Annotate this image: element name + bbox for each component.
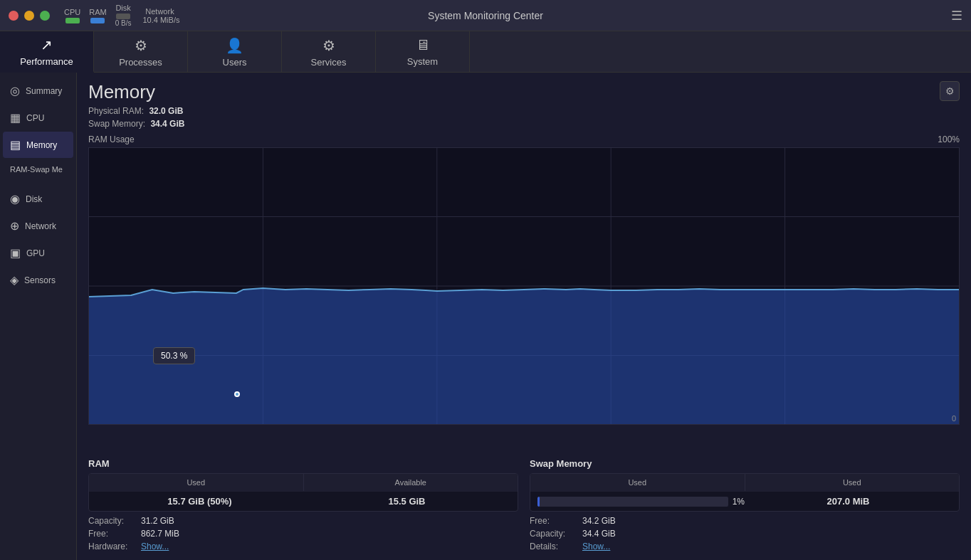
minimize-button[interactable]: [24, 11, 34, 21]
swap-bar-inner: [537, 497, 540, 507]
ram-hardware-link[interactable]: Show...: [141, 541, 169, 551]
sidebar-item-summary-label: Summary: [26, 86, 62, 96]
ram-bar: [90, 18, 105, 23]
swap-used-header: Used: [530, 474, 745, 491]
swap-capacity-row: Capacity: 34.4 GiB: [530, 529, 960, 539]
ram-free-label: Free:: [88, 529, 138, 539]
swap-used-value: 207.0 MiB: [745, 496, 952, 507]
chart-zero-label: 0: [952, 414, 956, 423]
ram-used-value: 15.7 GiB (50%): [96, 496, 303, 507]
menu-icon[interactable]: ☰: [951, 8, 962, 23]
sidebar-item-network[interactable]: ⊕ Network: [3, 213, 73, 239]
physical-ram-label: Physical RAM:: [88, 106, 144, 116]
swap-panel: Swap Memory Used Used 1%: [530, 458, 960, 551]
tab-services-label: Services: [311, 57, 347, 68]
sidebar-item-memory[interactable]: ▤ Memory: [3, 132, 73, 158]
sensors-icon: ◈: [10, 273, 19, 287]
sidebar-item-sensors-label: Sensors: [24, 275, 56, 285]
tab-performance[interactable]: ↗ Performance: [0, 31, 94, 73]
sidebar-item-cpu[interactable]: ▦ CPU: [3, 105, 73, 131]
ram-header-row: Used Available: [89, 474, 518, 491]
swap-free-value: 34.2 GiB: [582, 516, 616, 526]
swap-capacity-value: 34.4 GiB: [582, 529, 616, 539]
stats-row: RAM Used Available 15.7 GiB (50%) 15.5 G…: [88, 458, 960, 551]
tab-bar: ↗ Performance ⚙ Processes 👤 Users ⚙ Serv…: [0, 31, 971, 73]
resource-indicators: CPU RAM Disk 0 B/s Network 10.4 MiB/s: [64, 4, 179, 27]
memory-icon: ▤: [10, 138, 21, 152]
swap-details-label: Details:: [530, 541, 579, 551]
sidebar-item-sensors[interactable]: ◈ Sensors: [3, 267, 73, 293]
chart-container: RAM Usage 100%: [77, 134, 971, 453]
sidebar-item-ram-swap-label: RAM-Swap Me: [10, 165, 63, 174]
disk-io-value: 0 B/s: [115, 19, 132, 27]
cpu-indicator: CPU: [64, 8, 80, 23]
sidebar-item-ram-swap[interactable]: RAM-Swap Me: [3, 159, 73, 180]
ram-capacity-value: 31.2 GiB: [141, 516, 174, 526]
ram-usage-chart: 50.3 % 0: [88, 147, 960, 425]
memory-title-block: Memory Physical RAM: 32.0 GiB Swap Memor…: [88, 81, 184, 129]
sidebar-item-summary[interactable]: ◎ Summary: [3, 78, 73, 104]
ram-available-value: 15.5 GiB: [303, 496, 510, 507]
system-icon: 🖥: [416, 37, 430, 53]
memory-title: Memory: [88, 81, 184, 103]
swap-bar-outer: [537, 497, 728, 507]
tab-performance-label: Performance: [20, 56, 73, 67]
tab-system[interactable]: 🖥 System: [376, 31, 470, 73]
swap-details-link[interactable]: Show...: [582, 541, 610, 551]
close-button[interactable]: [9, 11, 19, 21]
ram-used-header: Used: [89, 474, 304, 491]
swap-free-label: Free:: [530, 516, 579, 526]
swap-values-row: 1% 207.0 MiB: [530, 491, 959, 511]
network-indicator: Network 10.4 MiB/s: [140, 7, 179, 24]
tab-system-label: System: [407, 56, 438, 67]
ram-panel-title: RAM: [88, 458, 518, 469]
sidebar-item-memory-label: Memory: [26, 140, 57, 150]
ram-stats-table: Used Available 15.7 GiB (50%) 15.5 GiB: [88, 473, 518, 512]
window-controls: [9, 11, 50, 21]
settings-button[interactable]: ⚙: [940, 81, 960, 101]
maximize-button[interactable]: [40, 11, 50, 21]
ram-indicator: RAM: [89, 8, 106, 23]
ram-chart-svg: [89, 148, 959, 424]
ram-capacity-label: Capacity:: [88, 516, 138, 526]
network-label: Network: [145, 7, 174, 16]
disk-label: Disk: [115, 4, 130, 12]
sidebar-item-gpu[interactable]: ▣ GPU: [3, 240, 73, 266]
summary-icon: ◎: [10, 84, 20, 97]
swap-bar-cell: 1%: [537, 497, 745, 507]
cpu-bar: [65, 18, 80, 23]
content-area: Memory Physical RAM: 32.0 GiB Swap Memor…: [77, 73, 971, 560]
disk-indicator: Disk 0 B/s: [115, 4, 132, 27]
swap-percent-value: 1%: [733, 497, 745, 507]
ram-hardware-label: Hardware:: [88, 541, 138, 551]
ram-values-row: 15.7 GiB (50%) 15.5 GiB: [89, 491, 518, 511]
ram-detail: Capacity: 31.2 GiB Free: 862.7 MiB Hardw…: [88, 516, 518, 551]
swap-capacity-label: Capacity:: [530, 529, 579, 539]
disk-icon: ◉: [10, 192, 20, 206]
ram-hardware-row: Hardware: Show...: [88, 541, 518, 551]
memory-ram-info: Physical RAM: 32.0 GiB: [88, 106, 184, 116]
sidebar: ◎ Summary ▦ CPU ▤ Memory RAM-Swap Me ◉ D…: [0, 73, 77, 560]
swap-detail: Free: 34.2 GiB Capacity: 34.4 GiB Detail…: [530, 516, 960, 551]
performance-icon: ↗: [41, 36, 53, 53]
ram-available-header: Available: [304, 474, 518, 491]
memory-swap-info: Swap Memory: 34.4 GiB: [88, 119, 184, 129]
physical-ram-value: 32.0 GiB: [149, 106, 183, 116]
ram-label: RAM: [89, 8, 106, 16]
users-icon: 👤: [226, 37, 243, 54]
tab-services[interactable]: ⚙ Services: [282, 31, 376, 73]
chart-tooltip-dot: [234, 391, 240, 397]
tab-users[interactable]: 👤 Users: [188, 31, 282, 73]
tab-processes[interactable]: ⚙ Processes: [94, 31, 188, 73]
swap-used2-header: Used: [745, 474, 960, 491]
cpu-label: CPU: [64, 8, 80, 16]
processes-icon: ⚙: [135, 37, 147, 54]
sidebar-item-disk[interactable]: ◉ Disk: [3, 186, 73, 212]
swap-header-row: Used Used: [530, 474, 959, 491]
main-area: ◎ Summary ▦ CPU ▤ Memory RAM-Swap Me ◉ D…: [0, 73, 971, 560]
network-value: 10.4 MiB/s: [142, 16, 179, 24]
stats-area: RAM Used Available 15.7 GiB (50%) 15.5 G…: [77, 453, 971, 560]
network-icon: ⊕: [10, 219, 19, 233]
chart-header: RAM Usage 100%: [88, 134, 960, 144]
ram-free-value: 862.7 MiB: [141, 529, 179, 539]
